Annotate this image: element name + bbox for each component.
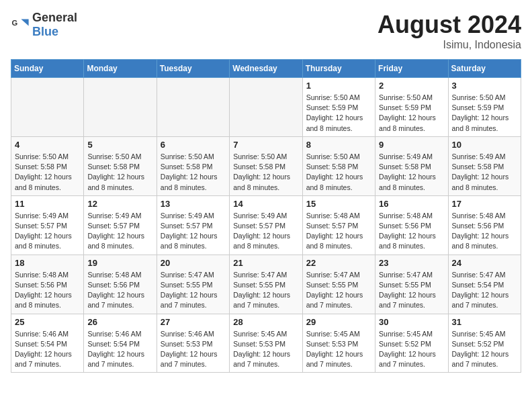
day-info: Sunrise: 5:49 AM Sunset: 5:58 PM Dayligh… xyxy=(452,152,517,193)
day-info: Sunrise: 5:45 AM Sunset: 5:53 PM Dayligh… xyxy=(233,329,298,370)
calendar-body: 1Sunrise: 5:50 AM Sunset: 5:59 PM Daylig… xyxy=(11,78,521,373)
day-info: Sunrise: 5:49 AM Sunset: 5:57 PM Dayligh… xyxy=(233,211,298,252)
calendar-cell: 5Sunrise: 5:50 AM Sunset: 5:58 PM Daylig… xyxy=(84,136,157,195)
day-number: 11 xyxy=(15,199,80,209)
page-header: G General Blue August 2024 Isimu, Indone… xyxy=(11,11,521,51)
calendar-cell: 27Sunrise: 5:46 AM Sunset: 5:53 PM Dayli… xyxy=(157,314,229,373)
day-number: 18 xyxy=(15,258,80,268)
day-number: 14 xyxy=(233,199,298,209)
day-number: 24 xyxy=(452,258,517,268)
day-number: 9 xyxy=(379,140,444,150)
day-number: 2 xyxy=(379,81,444,91)
calendar-cell: 6Sunrise: 5:50 AM Sunset: 5:58 PM Daylig… xyxy=(157,136,229,195)
calendar-cell: 26Sunrise: 5:46 AM Sunset: 5:54 PM Dayli… xyxy=(84,314,157,373)
day-info: Sunrise: 5:50 AM Sunset: 5:58 PM Dayligh… xyxy=(15,152,80,193)
day-number: 25 xyxy=(15,317,80,327)
logo-general-text: General xyxy=(32,11,77,24)
calendar-cell: 8Sunrise: 5:50 AM Sunset: 5:58 PM Daylig… xyxy=(302,136,375,195)
day-info: Sunrise: 5:47 AM Sunset: 5:55 PM Dayligh… xyxy=(379,270,444,311)
day-number: 28 xyxy=(233,317,298,327)
day-info: Sunrise: 5:50 AM Sunset: 5:58 PM Dayligh… xyxy=(161,152,226,193)
day-number: 7 xyxy=(233,140,298,150)
calendar-cell: 1Sunrise: 5:50 AM Sunset: 5:59 PM Daylig… xyxy=(302,78,375,137)
calendar-cell: 21Sunrise: 5:47 AM Sunset: 5:55 PM Dayli… xyxy=(230,255,302,314)
day-info: Sunrise: 5:48 AM Sunset: 5:56 PM Dayligh… xyxy=(379,211,444,252)
day-number: 12 xyxy=(87,199,152,209)
day-info: Sunrise: 5:50 AM Sunset: 5:59 PM Dayligh… xyxy=(306,93,371,134)
day-info: Sunrise: 5:50 AM Sunset: 5:58 PM Dayligh… xyxy=(87,152,152,193)
day-number: 26 xyxy=(87,317,152,327)
day-info: Sunrise: 5:47 AM Sunset: 5:55 PM Dayligh… xyxy=(161,270,226,311)
calendar-cell: 31Sunrise: 5:45 AM Sunset: 5:52 PM Dayli… xyxy=(448,314,521,373)
calendar-cell: 15Sunrise: 5:48 AM Sunset: 5:57 PM Dayli… xyxy=(302,195,375,255)
calendar-week-1: 1Sunrise: 5:50 AM Sunset: 5:59 PM Daylig… xyxy=(11,78,521,137)
day-number: 10 xyxy=(452,140,517,150)
calendar-cell: 18Sunrise: 5:48 AM Sunset: 5:56 PM Dayli… xyxy=(11,255,84,314)
calendar-cell: 20Sunrise: 5:47 AM Sunset: 5:55 PM Dayli… xyxy=(157,255,229,314)
day-info: Sunrise: 5:48 AM Sunset: 5:56 PM Dayligh… xyxy=(87,270,152,311)
calendar-cell xyxy=(230,78,302,137)
calendar-header-row: SundayMondayTuesdayWednesdayThursdayFrid… xyxy=(11,60,521,78)
calendar-cell: 9Sunrise: 5:49 AM Sunset: 5:58 PM Daylig… xyxy=(375,136,448,195)
day-number: 13 xyxy=(161,199,226,209)
day-number: 19 xyxy=(87,258,152,268)
day-number: 15 xyxy=(306,199,371,209)
calendar-cell: 14Sunrise: 5:49 AM Sunset: 5:57 PM Dayli… xyxy=(230,195,302,255)
day-info: Sunrise: 5:45 AM Sunset: 5:53 PM Dayligh… xyxy=(306,329,371,370)
calendar-cell: 16Sunrise: 5:48 AM Sunset: 5:56 PM Dayli… xyxy=(375,195,448,255)
calendar-cell: 3Sunrise: 5:50 AM Sunset: 5:59 PM Daylig… xyxy=(448,78,521,137)
day-number: 29 xyxy=(306,317,371,327)
calendar-week-2: 4Sunrise: 5:50 AM Sunset: 5:58 PM Daylig… xyxy=(11,136,521,195)
column-header-monday: Monday xyxy=(84,60,157,78)
day-info: Sunrise: 5:50 AM Sunset: 5:58 PM Dayligh… xyxy=(306,152,371,193)
day-info: Sunrise: 5:50 AM Sunset: 5:59 PM Dayligh… xyxy=(379,93,444,134)
day-info: Sunrise: 5:47 AM Sunset: 5:55 PM Dayligh… xyxy=(233,270,298,311)
day-number: 16 xyxy=(379,199,444,209)
day-number: 1 xyxy=(306,81,371,91)
logo-blue-text: Blue xyxy=(32,25,58,38)
day-number: 5 xyxy=(87,140,152,150)
day-info: Sunrise: 5:49 AM Sunset: 5:57 PM Dayligh… xyxy=(161,211,226,252)
day-info: Sunrise: 5:45 AM Sunset: 5:52 PM Dayligh… xyxy=(452,329,517,370)
day-number: 17 xyxy=(452,199,517,209)
day-info: Sunrise: 5:50 AM Sunset: 5:58 PM Dayligh… xyxy=(233,152,298,193)
calendar-cell: 30Sunrise: 5:45 AM Sunset: 5:52 PM Dayli… xyxy=(375,314,448,373)
title-area: August 2024 Isimu, Indonesia xyxy=(378,11,521,51)
day-number: 23 xyxy=(379,258,444,268)
day-number: 8 xyxy=(306,140,371,150)
day-info: Sunrise: 5:49 AM Sunset: 5:57 PM Dayligh… xyxy=(15,211,80,252)
month-title: August 2024 xyxy=(378,11,521,39)
day-number: 21 xyxy=(233,258,298,268)
day-info: Sunrise: 5:48 AM Sunset: 5:56 PM Dayligh… xyxy=(15,270,80,311)
calendar-table: SundayMondayTuesdayWednesdayThursdayFrid… xyxy=(11,59,521,373)
location: Isimu, Indonesia xyxy=(378,39,521,51)
day-info: Sunrise: 5:48 AM Sunset: 5:56 PM Dayligh… xyxy=(452,211,517,252)
column-header-saturday: Saturday xyxy=(448,60,521,78)
svg-marker-1 xyxy=(21,19,28,26)
calendar-cell: 2Sunrise: 5:50 AM Sunset: 5:59 PM Daylig… xyxy=(375,78,448,137)
calendar-cell: 25Sunrise: 5:46 AM Sunset: 5:54 PM Dayli… xyxy=(11,314,84,373)
day-info: Sunrise: 5:46 AM Sunset: 5:54 PM Dayligh… xyxy=(87,329,152,370)
calendar-cell: 11Sunrise: 5:49 AM Sunset: 5:57 PM Dayli… xyxy=(11,195,84,255)
calendar-cell xyxy=(157,78,229,137)
calendar-cell xyxy=(84,78,157,137)
day-info: Sunrise: 5:49 AM Sunset: 5:57 PM Dayligh… xyxy=(87,211,152,252)
day-info: Sunrise: 5:46 AM Sunset: 5:53 PM Dayligh… xyxy=(161,329,226,370)
day-info: Sunrise: 5:47 AM Sunset: 5:55 PM Dayligh… xyxy=(306,270,371,311)
column-header-thursday: Thursday xyxy=(302,60,375,78)
day-info: Sunrise: 5:46 AM Sunset: 5:54 PM Dayligh… xyxy=(15,329,80,370)
column-header-wednesday: Wednesday xyxy=(230,60,302,78)
day-number: 30 xyxy=(379,317,444,327)
calendar-week-3: 11Sunrise: 5:49 AM Sunset: 5:57 PM Dayli… xyxy=(11,195,521,255)
day-info: Sunrise: 5:47 AM Sunset: 5:54 PM Dayligh… xyxy=(452,270,517,311)
calendar-cell: 13Sunrise: 5:49 AM Sunset: 5:57 PM Dayli… xyxy=(157,195,229,255)
calendar-cell xyxy=(11,78,84,137)
day-number: 6 xyxy=(161,140,226,150)
calendar-cell: 17Sunrise: 5:48 AM Sunset: 5:56 PM Dayli… xyxy=(448,195,521,255)
column-header-friday: Friday xyxy=(375,60,448,78)
day-info: Sunrise: 5:50 AM Sunset: 5:59 PM Dayligh… xyxy=(452,93,517,134)
calendar-cell: 24Sunrise: 5:47 AM Sunset: 5:54 PM Dayli… xyxy=(448,255,521,314)
day-number: 20 xyxy=(161,258,226,268)
calendar-week-5: 25Sunrise: 5:46 AM Sunset: 5:54 PM Dayli… xyxy=(11,314,521,373)
calendar-cell: 28Sunrise: 5:45 AM Sunset: 5:53 PM Dayli… xyxy=(230,314,302,373)
